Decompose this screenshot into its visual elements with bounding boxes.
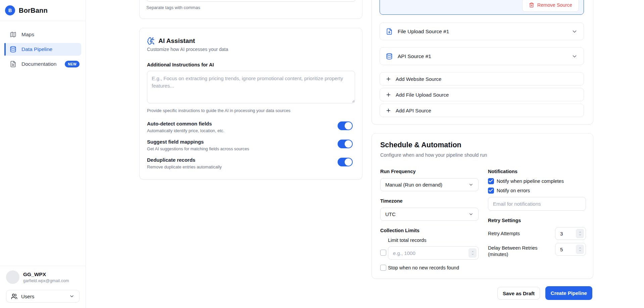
run-frequency-select[interactable]: Manual (Run on demand) (380, 178, 479, 191)
sources-card: Remove Source File Upload Source #1 API … (371, 0, 593, 124)
add-button-label: Add Website Source (396, 76, 441, 82)
sidebar-item-documentation[interactable]: Documentation NEW (4, 58, 81, 70)
remove-source-button[interactable]: Remove Source (522, 0, 579, 12)
chevron-down-icon (468, 212, 474, 217)
add-api-source-button[interactable]: Add API Source (380, 104, 584, 117)
brand-name: BorBann (19, 7, 48, 14)
notifications-label: Notifications (488, 169, 517, 174)
ai-assistant-subtitle: Customize how AI processes your data (147, 47, 228, 52)
notify-errors-label: Notify on errors (497, 188, 530, 193)
stop-no-new-checkbox[interactable] (380, 265, 386, 271)
timezone-select[interactable]: UTC (380, 208, 479, 221)
brand: B BorBann (0, 0, 86, 21)
add-file-upload-source-button[interactable]: Add File Upload Source (380, 88, 584, 101)
file-text-icon (10, 61, 16, 67)
sidebar-nav: Maps Data Pipeline Documentation NEW (0, 21, 86, 80)
database-icon (10, 46, 16, 53)
toggle-knob (345, 140, 352, 148)
save-as-draft-button[interactable]: Save as Draft (497, 287, 540, 300)
sidebar-footer: GG_WPX garfield.wpx@gmail.com Users (0, 266, 86, 308)
limit-total-input (388, 246, 479, 260)
plus-icon (386, 92, 391, 98)
sidebar-item-data-pipeline[interactable]: Data Pipeline (4, 43, 81, 56)
source-row-file-upload[interactable]: File Upload Source #1 (380, 22, 584, 40)
notify-complete-checkbox[interactable] (488, 178, 494, 184)
retry-delay-label: Delay Between Retries (minutes) (488, 245, 542, 258)
tags-card: Separate tags with commas (139, 0, 362, 19)
tags-input[interactable] (146, 0, 356, 2)
create-pipeline-label: Create Pipeline (551, 290, 587, 296)
notify-errors-checkbox[interactable] (488, 188, 494, 194)
pipeline-builder-screen: B BorBann Maps Data Pipeline Docume (0, 0, 644, 308)
retry-delay-input (555, 243, 586, 256)
schedule-subtitle: Configure when and how your pipeline sho… (380, 152, 487, 158)
source-row-api[interactable]: API Source #1 (380, 47, 584, 65)
sidebar: B BorBann Maps Data Pipeline Docume (0, 0, 86, 308)
instructions-textarea[interactable] (147, 71, 355, 103)
sidebar-item-label: Data Pipeline (21, 46, 52, 52)
number-spinner[interactable] (468, 248, 477, 258)
limit-total-field[interactable] (388, 247, 478, 259)
role-selector[interactable]: Users (6, 290, 80, 303)
check-icon (488, 178, 494, 184)
ai-assistant-card: AI Assistant Customize how AI processes … (139, 28, 362, 179)
add-button-label: Add File Upload Source (396, 92, 449, 98)
retry-attempts-input (555, 227, 586, 240)
number-spinner[interactable] (576, 245, 584, 254)
instructions-helper: Provide specific instructions to guide t… (147, 108, 291, 113)
run-frequency-label: Run Frequency (380, 169, 416, 174)
toggle-title: Suggest field mappings (147, 139, 353, 145)
toggle-title: Auto-detect common fields (147, 121, 353, 126)
new-badge: NEW (65, 61, 80, 67)
autodetect-toggle[interactable] (338, 121, 353, 130)
brand-logo: B (5, 5, 15, 15)
chevron-down-icon (468, 182, 474, 187)
check-icon (488, 188, 494, 193)
run-frequency-value: Manual (Run on demand) (385, 182, 442, 188)
resize-grip-icon[interactable] (351, 99, 355, 103)
toggle-knob (345, 122, 352, 130)
toggle-row-autodetect: Auto-detect common fields Automatically … (147, 121, 353, 133)
add-website-source-button[interactable]: Add Website Source (380, 72, 584, 86)
notification-email-input[interactable] (488, 197, 586, 211)
avatar (6, 270, 19, 284)
timezone-value: UTC (385, 211, 396, 217)
toggle-title: Deduplicate records (147, 157, 353, 163)
plus-icon (386, 108, 391, 113)
mappings-toggle[interactable] (338, 140, 353, 148)
user-row: GG_WPX garfield.wpx@gmail.com (6, 270, 80, 284)
source-row-label: API Source #1 (398, 53, 431, 59)
toggle-description: Automatically identify price, location, … (147, 128, 353, 133)
toggle-knob (345, 158, 352, 166)
brain-circuit-icon (147, 37, 155, 45)
users-icon (11, 293, 17, 300)
toggle-description: Remove duplicate entries automatically (147, 164, 353, 169)
sidebar-item-maps[interactable]: Maps (4, 28, 81, 41)
map-icon (10, 31, 16, 38)
schedule-card: Schedule & Automation Configure when and… (371, 133, 593, 279)
create-pipeline-button[interactable]: Create Pipeline (545, 286, 592, 300)
add-button-label: Add API Source (396, 108, 431, 113)
retry-attempts-label: Retry Attempts (488, 231, 520, 236)
ai-assistant-title: AI Assistant (158, 37, 195, 45)
toggle-row-mappings: Suggest field mappings Get AI suggestion… (147, 139, 353, 151)
toggle-description: Get AI suggestions for matching fields a… (147, 146, 353, 151)
role-selector-value: Users (21, 294, 34, 299)
dedupe-toggle[interactable] (338, 158, 353, 166)
file-up-icon (386, 28, 393, 35)
limit-total-label: Limit total records (388, 238, 426, 243)
chevron-down-icon[interactable] (572, 53, 578, 59)
database-icon (386, 53, 393, 60)
collection-limits-label: Collection Limits (380, 228, 419, 233)
notify-complete-label: Notify when pipeline completes (497, 178, 564, 184)
sidebar-item-label: Documentation (21, 61, 56, 67)
chevron-down-icon[interactable] (572, 29, 578, 35)
number-spinner[interactable] (576, 229, 584, 238)
user-name: GG_WPX (23, 271, 69, 277)
sidebar-item-label: Maps (21, 32, 34, 38)
stop-no-new-label: Stop when no new records found (388, 265, 459, 270)
limit-total-checkbox[interactable] (380, 250, 386, 256)
instructions-label: Additional Instructions for AI (147, 62, 214, 67)
remove-source-label: Remove Source (537, 2, 572, 8)
retry-settings-label: Retry Settings (488, 218, 521, 223)
